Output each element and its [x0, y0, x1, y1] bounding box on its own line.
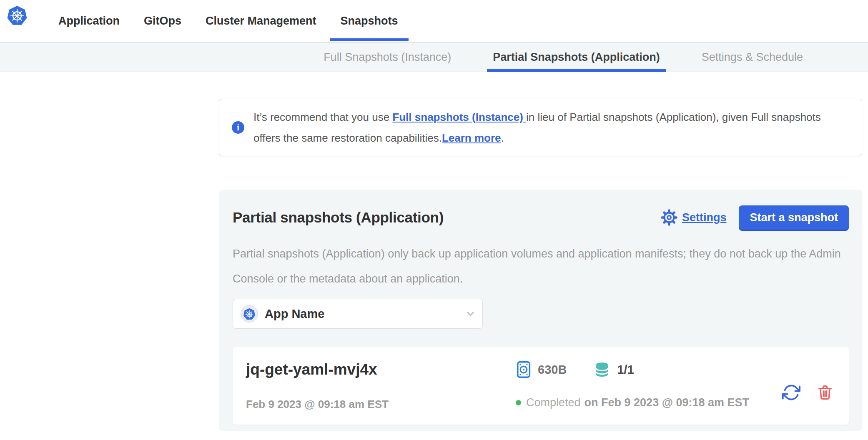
partial-snapshots-card: Partial snapshots (Application): [219, 190, 862, 431]
app-select-value: App Name: [265, 307, 324, 321]
card-header: Partial snapshots (Application): [233, 205, 849, 230]
snapshot-name: jq-get-yaml-mvj4x: [246, 360, 516, 379]
delete-snapshot-button[interactable]: [817, 383, 833, 402]
snapshot-settings-link[interactable]: Settings: [661, 209, 727, 226]
restore-icon: [782, 383, 800, 402]
full-snapshots-link[interactable]: Full snapshots (Instance): [392, 111, 526, 123]
snapshot-created-date: Feb 9 2023 @ 09:18 am EST: [246, 398, 516, 411]
snapshot-actions: [782, 383, 833, 402]
snapshot-identity: jq-get-yaml-mvj4x Feb 9 2023 @ 09:18 am …: [246, 360, 516, 411]
nav-item-cluster-management[interactable]: Cluster Management: [206, 0, 316, 42]
info-text-3: .: [501, 132, 504, 144]
snapshot-row: jq-get-yaml-mvj4x Feb 9 2023 @ 09:18 am …: [233, 347, 849, 425]
snapshot-details: 630B 1/1 Completed o: [516, 360, 782, 409]
tab-partial-snapshots[interactable]: Partial Snapshots (Application): [493, 42, 660, 72]
card-header-actions: Settings Start a snapshot: [661, 205, 849, 230]
database-icon: [593, 361, 611, 378]
restore-snapshot-button[interactable]: [782, 383, 800, 402]
snapshot-volumes: 1/1: [593, 361, 634, 378]
snapshot-status: Completed on Feb 9 2023 @ 09:18 am EST: [516, 396, 782, 409]
learn-more-link[interactable]: Learn more: [442, 132, 501, 144]
trash-icon: [817, 383, 833, 402]
kubernetes-app-icon: [243, 308, 256, 320]
snapshot-size-value: 630B: [538, 363, 567, 377]
snapshot-stats: 630B 1/1: [516, 360, 782, 379]
info-banner-text: It’s recommend that you use Full snapsho…: [253, 107, 843, 148]
admin-console: Application GitOps Cluster Management Sn…: [0, 0, 868, 440]
info-icon: i: [232, 121, 244, 134]
tab-full-snapshots[interactable]: Full Snapshots (Instance): [324, 42, 451, 72]
snapshot-size: 630B: [516, 360, 567, 379]
chevron-down-icon[interactable]: [458, 299, 482, 328]
snapshot-volumes-value: 1/1: [617, 363, 634, 377]
snapshots-subtabs: Full Snapshots (Instance) Partial Snapsh…: [0, 42, 868, 72]
status-label: Completed: [526, 396, 581, 409]
top-navigation: Application GitOps Cluster Management Sn…: [0, 0, 868, 42]
page-title: Partial snapshots (Application): [233, 209, 444, 226]
settings-link-label: Settings: [682, 211, 727, 224]
gear-icon: [661, 209, 677, 226]
info-text-1: It’s recommend that you use: [253, 111, 392, 123]
nav-items: Application GitOps Cluster Management Sn…: [58, 0, 398, 42]
disk-icon: [516, 360, 532, 379]
kubernetes-logo-icon: [7, 5, 28, 26]
app-icon: [241, 305, 258, 322]
nav-item-snapshots[interactable]: Snapshots: [341, 0, 398, 42]
nav-item-gitops[interactable]: GitOps: [144, 0, 181, 42]
nav-item-application[interactable]: Application: [58, 0, 120, 42]
tab-settings-schedule[interactable]: Settings & Schedule: [702, 42, 803, 72]
card-description: Partial snapshots (Application) only bac…: [233, 241, 854, 291]
info-banner: i It’s recommend that you use Full snaps…: [219, 99, 862, 156]
status-detail: on Feb 9 2023 @ 09:18 am EST: [585, 396, 750, 409]
app-name-select[interactable]: App Name: [233, 299, 483, 329]
start-snapshot-button[interactable]: Start a snapshot: [739, 205, 849, 230]
status-dot-icon: [516, 400, 521, 405]
